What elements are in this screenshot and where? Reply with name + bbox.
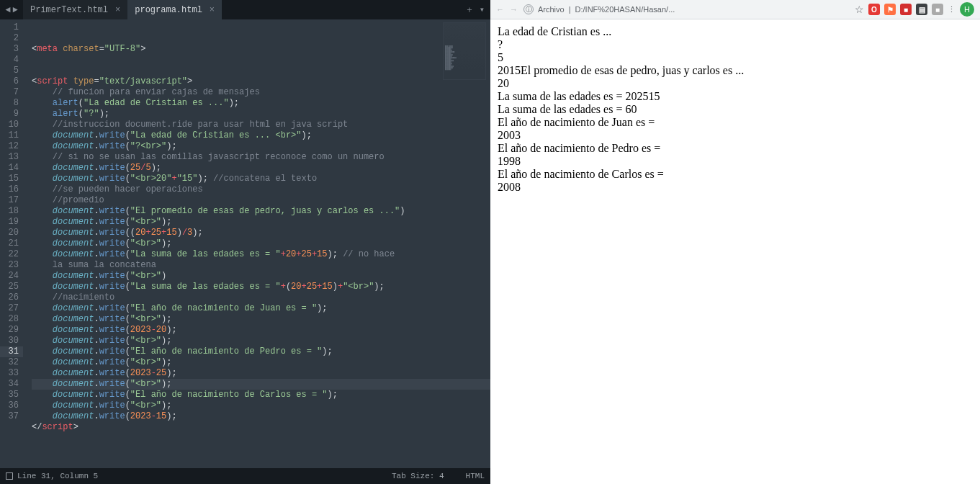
code-line[interactable]: //instruccion document.ride para usar ht… [32, 120, 490, 130]
code-line[interactable]: document.write("El año de nacimiento de … [32, 390, 490, 400]
addr-separator: | [569, 5, 571, 14]
code-line[interactable]: document.write("?<br>"); [32, 141, 490, 152]
code-line[interactable]: // funcion para enviar cajas de mensajes [32, 87, 490, 98]
code-line[interactable]: document.write(2023-25); [32, 368, 490, 379]
browser-nav: ← → [496, 5, 518, 14]
menu-dots-icon[interactable]: ⋮ [948, 5, 956, 14]
code-line[interactable] [32, 444, 490, 454]
code-line[interactable]: document.write("La suma de las edades es… [32, 249, 490, 260]
code-line[interactable]: document.write(25/5); [32, 163, 490, 174]
tab-label: programa.html [135, 5, 202, 15]
address-bar[interactable]: ⓘ Archivo | D:/INF%20HASAN/Hasan/... [523, 4, 849, 14]
ext-icon-4[interactable]: ▤ [916, 4, 927, 15]
addr-path: D:/INF%20HASAN/Hasan/... [575, 5, 675, 14]
tab-nav: ◄ ► [0, 5, 23, 15]
nav-back-icon[interactable]: ◄ [4, 5, 12, 15]
output-line: ? [498, 38, 973, 51]
new-tab-icon[interactable]: ＋ [465, 4, 474, 16]
code-line[interactable] [32, 55, 490, 66]
output-line: La suma de las edades es = 202515 [498, 90, 973, 103]
output-line: 2015El promedio de esas de pedro, juas y… [498, 64, 973, 77]
back-icon[interactable]: ← [496, 5, 504, 14]
code-line[interactable]: //promedio [32, 195, 490, 206]
code-line[interactable]: document.write("<br>"); [32, 379, 490, 390]
code-line[interactable]: </script> [32, 422, 490, 433]
output-line: La edad de Cristian es ... [498, 25, 973, 38]
bookmark-icon[interactable]: ☆ [855, 4, 864, 15]
code-content[interactable]: <meta charset="UTF-8"> <script type="tex… [27, 19, 490, 468]
cursor-position[interactable]: Line 31, Column 5 [17, 472, 98, 480]
output-line: El año de nacimiento de Pedro es = [498, 142, 973, 155]
code-line[interactable]: document.write("<br>") [32, 271, 490, 282]
code-line[interactable]: document.write("<br>"); [32, 400, 490, 411]
output-line: 5 [498, 51, 973, 64]
status-bar: Line 31, Column 5 Tab Size: 4 HTML [0, 468, 490, 484]
output-line: 2003 [498, 129, 973, 142]
code-line[interactable] [32, 66, 490, 76]
code-line[interactable]: <meta charset="UTF-8"> [32, 44, 490, 55]
tab-label: PrimerText.html [30, 5, 108, 15]
code-line[interactable] [32, 433, 490, 444]
code-line[interactable]: //nacimiento [32, 292, 490, 303]
code-line[interactable]: document.write("<br>"); [32, 357, 490, 368]
extension-icons: ☆ O ⚑ ■ ▤ ■ ⋮ H [855, 2, 974, 17]
output-line: 2008 [498, 181, 973, 194]
status-checkbox-icon[interactable] [6, 472, 13, 480]
code-line[interactable]: document.write("<br>"); [32, 336, 490, 346]
tab-size[interactable]: Tab Size: 4 [392, 472, 444, 480]
code-line[interactable]: document.write("El año de nacimiento de … [32, 303, 490, 314]
user-avatar[interactable]: H [960, 2, 974, 17]
browser-toolbar: ← → ⓘ Archivo | D:/INF%20HASAN/Hasan/...… [490, 0, 980, 19]
code-line[interactable]: document.write("<br>"); [32, 217, 490, 228]
code-line[interactable]: document.write("<br>"); [32, 238, 490, 249]
close-icon[interactable]: × [115, 5, 120, 15]
code-line[interactable]: document.write("<br>"); [32, 314, 490, 325]
code-line[interactable]: document.write("El promedio de esas de p… [32, 206, 490, 217]
ext-icon-2[interactable]: ⚑ [884, 4, 896, 15]
opera-icon[interactable]: O [868, 4, 880, 15]
browser-content: La edad de Cristian es ...?52015El prome… [490, 19, 980, 484]
file-scheme-icon: ⓘ [523, 4, 534, 14]
code-line[interactable]: document.write((20+25+15)/3); [32, 228, 490, 238]
tab-bar: ◄ ► PrimerText.html × programa.html × ＋ … [0, 0, 490, 19]
forward-icon[interactable]: → [510, 5, 518, 14]
output-line: El año de nacimiento de Juan es = [498, 116, 973, 129]
code-line[interactable]: document.write(2023-20); [32, 325, 490, 336]
browser-pane: ← → ⓘ Archivo | D:/INF%20HASAN/Hasan/...… [490, 0, 980, 484]
editor-pane: ◄ ► PrimerText.html × programa.html × ＋ … [0, 0, 490, 484]
code-line[interactable]: // si no se usan las comillas javascript… [32, 152, 490, 163]
output-line: 1998 [498, 155, 973, 168]
tab-primertext[interactable]: PrimerText.html × [23, 0, 127, 19]
language-mode[interactable]: HTML [466, 472, 485, 480]
code-line[interactable]: alert("?"); [32, 109, 490, 120]
minimap[interactable]: ████ ████ █████████ ███████ ████████ ███… [443, 22, 486, 80]
code-line[interactable]: document.write("La edad de Cristian es .… [32, 130, 490, 141]
close-icon[interactable]: × [210, 5, 215, 15]
code-line[interactable]: alert("La edad de Cristian es ..."); [32, 98, 490, 109]
code-line[interactable]: document.write("La suma de las edades es… [32, 282, 490, 292]
code-line[interactable]: document.write("<br>20"+"15"); //concate… [32, 174, 490, 184]
line-gutter: 1234567891011121314151617181920 21222324… [0, 19, 27, 468]
tab-actions: ＋ ▾ [459, 4, 490, 16]
ext-icon-5[interactable]: ■ [932, 4, 943, 15]
nav-forward-icon[interactable]: ► [12, 5, 19, 15]
ext-icon-3[interactable]: ■ [900, 4, 912, 15]
code-line[interactable]: <script type="text/javascript"> [32, 76, 490, 87]
output-line: El año de nacimiento de Carlos es = [498, 168, 973, 181]
code-line[interactable]: la suma la concatena [32, 260, 490, 271]
tab-programa[interactable]: programa.html × [127, 0, 222, 19]
dropdown-icon[interactable]: ▾ [480, 4, 485, 15]
output-line: 20 [498, 77, 973, 90]
code-line[interactable]: document.write("El año de nacimiento de … [32, 346, 490, 357]
addr-label: Archivo [538, 5, 565, 14]
code-area[interactable]: 1234567891011121314151617181920 21222324… [0, 19, 490, 468]
code-line[interactable]: //se pueden hacer operaciones [32, 184, 490, 195]
code-line[interactable]: document.write(2023-15); [32, 411, 490, 422]
output-line: La suma de las edades es = 60 [498, 103, 973, 116]
